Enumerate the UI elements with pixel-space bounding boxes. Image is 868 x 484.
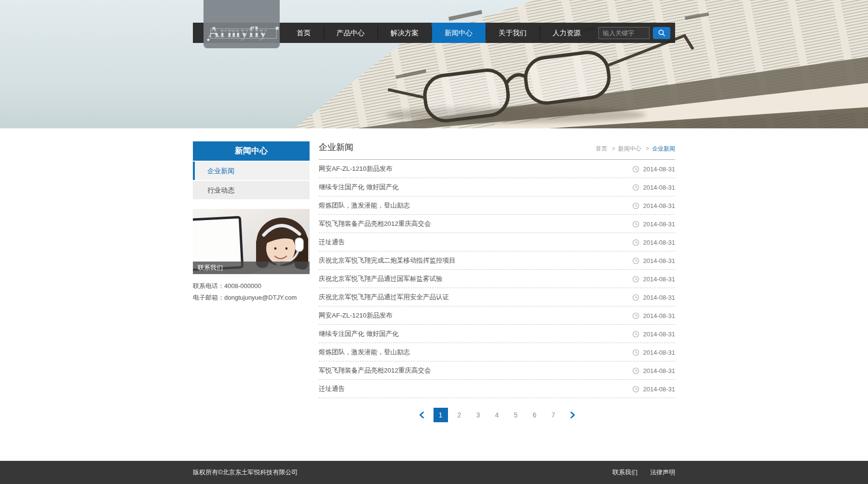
nav-menu: 首页 产品中心 解决方案 新闻中心 关于我们 人力资源	[284, 23, 594, 43]
news-meta: 2014-08-31	[632, 312, 676, 319]
news-date: 2014-08-31	[643, 276, 676, 283]
news-title-link[interactable]: 继续专注国产化 做好国产化	[319, 183, 399, 192]
clock-icon	[632, 184, 639, 191]
sidebar-item[interactable]: 企业新闻	[193, 162, 310, 180]
hero-banner: ★ ★ Armyfly 首页 产品中心 解决方案 新闻中心 关于我们 人力资源	[0, 0, 868, 128]
nav-item[interactable]: 关于我们	[486, 23, 540, 43]
search-area	[598, 23, 670, 43]
banner-image	[0, 0, 868, 128]
nav-item[interactable]: 产品中心	[324, 23, 378, 43]
news-title-link[interactable]: 迁址通告	[319, 385, 345, 393]
news-date: 2014-08-31	[643, 367, 676, 374]
news-date: 2014-08-31	[643, 294, 676, 301]
sidebar-title: 新闻中心	[193, 141, 310, 161]
nav-item[interactable]: 解决方案	[378, 23, 432, 43]
clock-icon	[632, 166, 639, 173]
star-icon: ★	[274, 24, 280, 32]
news-list: 网安AF-ZL-1210新品发布 2014-08-31 继续专注国产化 做好国产…	[319, 160, 675, 398]
news-row[interactable]: 军悦飞翔装备产品亮相2012重庆高交会 2014-08-31	[319, 361, 675, 380]
pagination-page[interactable]: 6	[528, 408, 542, 422]
pagination-page[interactable]: 2	[452, 408, 467, 422]
news-meta: 2014-08-31	[632, 239, 676, 246]
news-row[interactable]: 熔炼团队，激发潜能，登山励志 2014-08-31	[319, 196, 675, 215]
contact-photo[interactable]: 联系我们	[193, 209, 310, 274]
news-row[interactable]: 庆祝北京军悦飞翔完成二炮某移动指挥监控项目 2014-08-31	[319, 251, 675, 270]
news-title-link[interactable]: 庆祝北京军悦飞翔产品通过军用安全产品认证	[319, 293, 449, 302]
breadcrumb-link[interactable]: 企业新闻	[652, 145, 675, 152]
news-date: 2014-08-31	[643, 239, 676, 246]
news-title-link[interactable]: 熔炼团队，激发潜能，登山励志	[319, 348, 410, 357]
search-input[interactable]	[598, 27, 650, 39]
contact-card: 联系我们 联系电话：4008-000000 电子邮箱：dongtujunyue@…	[193, 209, 310, 304]
news-meta: 2014-08-31	[632, 221, 676, 228]
page-list: 1 2 3 4 5 6 7	[434, 408, 561, 422]
breadcrumb-link[interactable]: 新闻中心	[618, 145, 641, 152]
breadcrumb-separator: >	[612, 145, 615, 152]
news-meta: 2014-08-31	[632, 294, 676, 301]
clock-icon	[632, 276, 639, 283]
clock-icon	[632, 257, 639, 264]
news-meta: 2014-08-31	[632, 386, 676, 393]
news-date: 2014-08-31	[643, 184, 676, 191]
chevron-right-icon	[569, 411, 576, 419]
breadcrumb-link[interactable]: 首页	[596, 145, 607, 152]
breadcrumb-item: >新闻中心	[609, 145, 641, 152]
news-meta: 2014-08-31	[632, 257, 676, 264]
prev-page-button[interactable]	[415, 408, 429, 422]
page: ★ ★ Armyfly 首页 产品中心 解决方案 新闻中心 关于我们 人力资源	[0, 0, 868, 484]
news-row[interactable]: 庆祝北京军悦飞翔产品通过军用安全产品认证 2014-08-31	[319, 288, 675, 306]
news-title-link[interactable]: 军悦飞翔装备产品亮相2012重庆高交会	[319, 220, 431, 228]
news-meta: 2014-08-31	[632, 367, 676, 374]
breadcrumb: 首页 >新闻中心 >企业新闻	[596, 145, 675, 153]
next-page-button[interactable]	[565, 408, 580, 422]
news-row[interactable]: 网安AF-ZL-1210新品发布 2014-08-31	[319, 160, 675, 178]
news-row[interactable]: 迁址通告 2014-08-31	[319, 380, 675, 398]
news-date: 2014-08-31	[643, 257, 676, 264]
news-date: 2014-08-31	[643, 221, 676, 228]
nav-item[interactable]: 首页	[284, 23, 324, 43]
sidebar-item[interactable]: 行业动态	[193, 181, 310, 199]
news-title-link[interactable]: 庆祝北京军悦飞翔完成二炮某移动指挥监控项目	[319, 256, 456, 265]
clock-icon	[632, 294, 639, 301]
nav-item[interactable]: 人力资源	[540, 23, 594, 43]
top-navbar: ★ ★ Armyfly 首页 产品中心 解决方案 新闻中心 关于我们 人力资源	[193, 23, 675, 43]
news-meta: 2014-08-31	[632, 166, 676, 173]
content-section: 新闻中心 企业新闻 行业动态	[0, 128, 868, 461]
pagination-page[interactable]: 5	[509, 408, 523, 422]
clock-icon	[632, 386, 639, 393]
news-title-link[interactable]: 熔炼团队，激发潜能，登山励志	[319, 201, 410, 210]
nav-item[interactable]: 新闻中心	[432, 23, 486, 43]
logo[interactable]: ★ ★ Armyfly	[207, 23, 280, 42]
footer-link[interactable]: 法律声明	[650, 468, 675, 477]
news-date: 2014-08-31	[643, 312, 676, 319]
clock-icon	[632, 202, 639, 209]
clock-icon	[632, 349, 639, 356]
news-title-link[interactable]: 网安AF-ZL-1210新品发布	[319, 311, 393, 320]
news-date: 2014-08-31	[643, 202, 676, 209]
news-row[interactable]: 网安AF-ZL-1210新品发布 2014-08-31	[319, 306, 675, 325]
pagination-page[interactable]: 4	[490, 408, 504, 422]
news-row[interactable]: 继续专注国产化 做好国产化 2014-08-31	[319, 325, 675, 343]
news-row[interactable]: 军悦飞翔装备产品亮相2012重庆高交会 2014-08-31	[319, 215, 675, 233]
pagination-page[interactable]: 3	[471, 408, 486, 422]
news-row[interactable]: 继续专注国产化 做好国产化 2014-08-31	[319, 178, 675, 196]
footer-link[interactable]: 联系我们	[612, 468, 637, 477]
news-title-link[interactable]: 庆祝北京军悦飞翔产品通过国军标盐雾试验	[319, 275, 443, 283]
news-title-link[interactable]: 迁址通告	[319, 238, 345, 247]
news-row[interactable]: 熔炼团队，激发潜能，登山励志 2014-08-31	[319, 343, 675, 361]
news-title-link[interactable]: 继续专注国产化 做好国产化	[319, 330, 399, 338]
news-title-link[interactable]: 网安AF-ZL-1210新品发布	[319, 165, 393, 173]
search-icon	[658, 29, 665, 37]
main-header: 企业新闻 首页 >新闻中心 >企业新闻	[319, 141, 675, 160]
copyright-text: 版权所有©北京东土军悦科技有限公司	[193, 468, 298, 477]
search-button[interactable]	[653, 27, 670, 39]
pagination-page[interactable]: 1	[434, 408, 448, 422]
news-row[interactable]: 庆祝北京军悦飞翔产品通过国军标盐雾试验 2014-08-31	[319, 270, 675, 288]
news-date: 2014-08-31	[643, 331, 676, 338]
pagination-page[interactable]: 7	[546, 408, 561, 422]
news-title-link[interactable]: 军悦飞翔装备产品亮相2012重庆高交会	[319, 366, 431, 375]
news-row[interactable]: 迁址通告 2014-08-31	[319, 233, 675, 251]
main-content: 企业新闻 首页 >新闻中心 >企业新闻 网安AF-ZL-1210新品发布 201…	[319, 141, 675, 422]
contact-info: 联系电话：4008-000000 电子邮箱：dongtujunyue@DTJY.…	[193, 280, 310, 304]
clock-icon	[632, 239, 639, 246]
